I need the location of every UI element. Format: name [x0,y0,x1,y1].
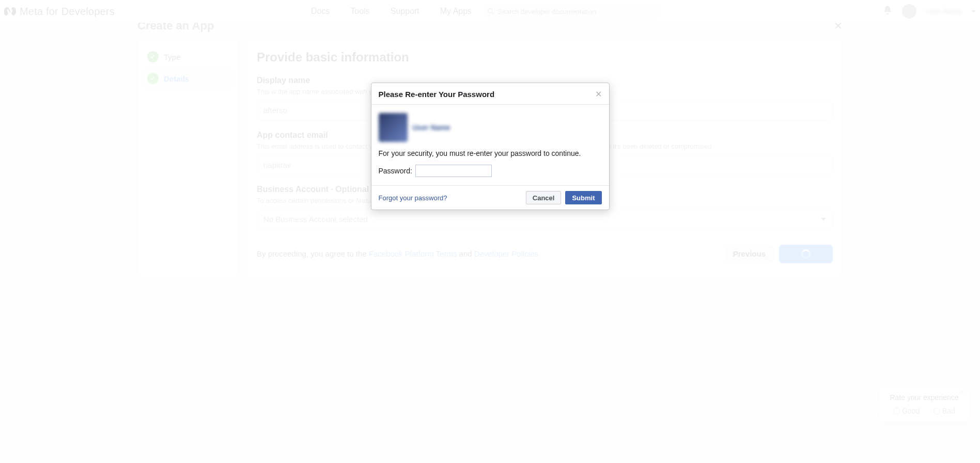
cancel-button[interactable]: Cancel [526,191,562,204]
password-input[interactable] [415,165,492,177]
modal-actions: Cancel Submit [526,191,602,204]
modal-body-text: For your security, you must re-enter you… [379,149,602,157]
user-photo [379,113,408,142]
submit-button[interactable]: Submit [565,191,601,204]
forgot-password-link[interactable]: Forgot your password? [379,194,447,202]
password-label: Password: [379,167,412,175]
password-row: Password: [379,165,602,177]
modal-footer: Forgot your password? Cancel Submit [371,185,609,210]
modal-user: User Name [379,113,602,142]
close-icon[interactable]: ✕ [595,89,602,99]
modal-overlay: Please Re-enter Your Password ✕ User Nam… [0,0,980,299]
modal-body: User Name For your security, you must re… [371,105,609,185]
modal-user-name: User Name [413,123,450,132]
modal-header: Please Re-enter Your Password ✕ [371,83,609,105]
password-modal: Please Re-enter Your Password ✕ User Nam… [371,83,610,210]
modal-title: Please Re-enter Your Password [379,90,495,99]
